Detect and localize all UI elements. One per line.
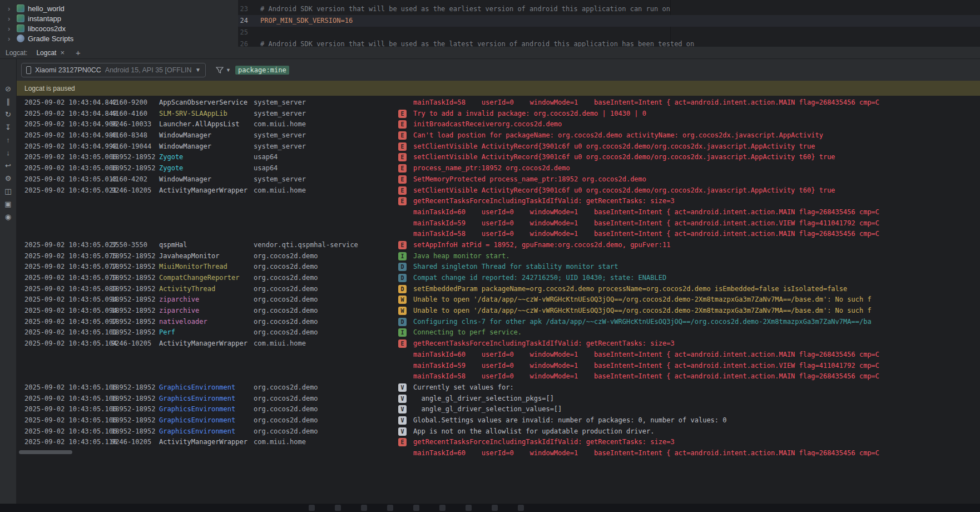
log-entry[interactable]: 2025-09-02 10:43:05.09418952-18952ziparc… xyxy=(17,306,980,317)
taskbar-icon[interactable] xyxy=(439,505,446,511)
log-entry[interactable]: 2025-09-02 10:43:05.07518952-18952Javahe… xyxy=(17,251,980,262)
taskbar-icon[interactable] xyxy=(335,505,341,511)
log-entry[interactable]: 2025-09-02 10:43:05.10618952-18952Graphi… xyxy=(17,382,980,393)
tree-item-instantapp[interactable]: ›instantapp xyxy=(0,13,238,23)
log-pid-tid: 4160-4160 xyxy=(111,109,159,120)
filter-field[interactable]: ▼ package:mine xyxy=(216,66,289,75)
chevron-right-icon[interactable]: › xyxy=(8,24,13,33)
scroll-to-end-icon[interactable]: ↧ xyxy=(3,123,13,132)
tab-logcat-label: Logcat xyxy=(36,49,56,57)
log-entry[interactable]: mainTaskId=60 userId=0 windowMode=1 base… xyxy=(17,207,980,218)
horizontal-scrollbar-thumb[interactable] xyxy=(19,450,72,454)
tree-item-hello-world[interactable]: ›hello_world xyxy=(0,3,238,13)
previous-occurrence-icon[interactable]: ↑ xyxy=(3,136,13,145)
chevron-right-icon[interactable]: › xyxy=(8,35,13,43)
logcat-settings-icon[interactable]: ⚙ xyxy=(3,174,13,183)
taskbar-icon[interactable] xyxy=(466,505,472,511)
tree-item-gradle-scripts[interactable]: ›Gradle Scripts xyxy=(0,33,238,43)
log-message: Connecting to perf service. xyxy=(413,327,980,338)
log-message: setClientVisible ActivityRecord{3901c6f … xyxy=(413,185,980,196)
log-level-badge: V xyxy=(398,405,407,413)
new-tab-button[interactable]: + xyxy=(73,48,83,57)
log-pid-tid: 18952-18952 xyxy=(111,294,159,306)
log-entry[interactable]: EgetRecentTasksForceIncludingTaskIdIfVal… xyxy=(17,196,980,207)
tab-close-icon[interactable]: × xyxy=(60,48,65,57)
editor-line[interactable]: 26# Android SDK version that will be use… xyxy=(238,38,980,47)
split-panel-icon[interactable]: ◫ xyxy=(3,187,13,196)
log-entry[interactable]: 2025-09-02 10:43:05.1049246-10205Activit… xyxy=(17,338,980,349)
log-entry[interactable]: mainTaskId=60 userId=0 windowMode=1 base… xyxy=(17,448,980,456)
restart-logcat-icon[interactable]: ↻ xyxy=(3,110,13,119)
soft-wrap-icon[interactable]: ↩ xyxy=(3,161,13,170)
tab-logcat[interactable]: Logcat × xyxy=(33,48,68,57)
taskbar-icon[interactable] xyxy=(518,505,524,511)
log-entry[interactable]: 2025-09-02 10:43:05.0273550-3550qspmHalv… xyxy=(17,240,980,251)
tree-item-label: instantapp xyxy=(28,14,61,23)
log-entry[interactable]: 2025-09-02 10:43:05.10618952-18952Graphi… xyxy=(17,393,980,405)
log-package xyxy=(254,196,398,207)
log-entry[interactable]: 2025-09-02 10:43:04.9804160-8348WindowMa… xyxy=(17,130,980,141)
log-entry[interactable]: 2025-09-02 10:43:05.07718952-18952MiuiMo… xyxy=(17,262,980,273)
taskbar-icon[interactable] xyxy=(492,505,498,511)
editor-line[interactable]: 23# Android SDK version that will be use… xyxy=(238,3,980,15)
log-timestamp xyxy=(17,229,111,240)
tree-item-libcocos2dx[interactable]: ›libcocos2dx xyxy=(0,23,238,33)
filter-query-chip[interactable]: package:mine xyxy=(235,66,289,75)
editor[interactable]: 23# Android SDK version that will be use… xyxy=(238,0,980,47)
log-entry[interactable]: 2025-09-02 10:43:05.10118952-18952Perfor… xyxy=(17,327,980,338)
screenshot-icon[interactable]: ▣ xyxy=(3,200,13,209)
editor-line[interactable]: 24PROP_MIN_SDK_VERSION=16 xyxy=(238,15,980,27)
chevron-right-icon[interactable]: › xyxy=(8,14,13,23)
log-entry[interactable]: 2025-09-02 10:43:05.10618952-18952Graphi… xyxy=(17,426,980,437)
log-entry[interactable]: mainTaskId=60 userId=0 windowMode=1 base… xyxy=(17,349,980,361)
log-entry[interactable]: mainTaskId=58 userId=0 windowMode=1 base… xyxy=(17,371,980,382)
clear-logcat-icon[interactable]: ⊘ xyxy=(3,85,13,93)
log-entry[interactable]: 2025-09-02 10:43:05.08918952-18952Activi… xyxy=(17,284,980,295)
log-entry[interactable]: 2025-09-02 10:43:04.8494160-4160SLM-SRV-… xyxy=(17,109,980,120)
log-message: mainTaskId=59 userId=0 windowMode=1 base… xyxy=(413,361,980,372)
log-entry[interactable]: 2025-09-02 10:43:05.09418952-18952ziparc… xyxy=(17,294,980,306)
log-level-badge: D xyxy=(398,318,407,326)
taskbar-icon[interactable] xyxy=(309,505,315,511)
device-name: Xiaomi 23127PN0CC xyxy=(35,66,101,74)
log-entry[interactable]: mainTaskId=58 userId=0 windowMode=1 base… xyxy=(17,229,980,240)
chevron-right-icon[interactable]: › xyxy=(8,4,13,13)
log-timestamp: 2025-09-02 10:43:05.110 xyxy=(17,437,111,448)
editor-line[interactable]: 25 xyxy=(238,27,980,38)
filter-history-chevron-icon[interactable]: ▼ xyxy=(226,67,231,73)
line-number: 24 xyxy=(238,15,260,27)
log-package: usap64 xyxy=(254,163,398,174)
device-selector[interactable]: Xiaomi 23127PN0CC Android 15, API 35 [OF… xyxy=(21,63,206,77)
log-level-cell: E xyxy=(398,338,413,349)
log-entry[interactable]: 2025-09-02 10:43:05.0134160-4202WindowMa… xyxy=(17,174,980,185)
log-entry[interactable]: 2025-09-02 10:43:05.09718952-18952native… xyxy=(17,317,980,328)
screen-record-icon[interactable]: ◉ xyxy=(3,213,13,221)
log-entry[interactable]: 2025-09-02 10:43:04.9009246-10033Launche… xyxy=(17,119,980,130)
log-entry[interactable]: 2025-09-02 10:43:05.1109246-10205Activit… xyxy=(17,437,980,448)
log-entry[interactable]: 2025-09-02 10:43:05.00618952-18952Zygote… xyxy=(17,152,980,163)
log-entry[interactable]: 2025-09-02 10:43:05.10618952-18952Graphi… xyxy=(17,404,980,415)
log-level-cell: E xyxy=(398,109,413,120)
log-entry[interactable]: 2025-09-02 10:43:04.8424160-9200AppScanO… xyxy=(17,97,980,109)
log-tag: qspmHal xyxy=(159,240,254,251)
log-message: mainTaskId=60 userId=0 windowMode=1 base… xyxy=(413,207,980,218)
taskbar-icon[interactable] xyxy=(361,505,367,511)
log-level-badge: E xyxy=(398,175,407,184)
log-level-cell xyxy=(398,218,413,229)
log-entry[interactable]: 2025-09-02 10:43:05.0219246-10205Activit… xyxy=(17,185,980,196)
log-entry[interactable]: 2025-09-02 10:43:04.9984160-19044WindowM… xyxy=(17,141,980,152)
log-entry[interactable]: 2025-09-02 10:43:05.07918952-18952Compat… xyxy=(17,273,980,284)
log-level-badge: D xyxy=(398,285,407,293)
log-entry[interactable]: 2025-09-02 10:43:05.00618952-18952Zygote… xyxy=(17,163,980,174)
log-level-badge: E xyxy=(398,186,407,195)
log-message: Unable to open '/data/app/~~czW-vWRGHcKt… xyxy=(413,306,980,317)
pause-logcat-icon[interactable]: ∥ xyxy=(3,97,13,106)
next-occurrence-icon[interactable]: ↓ xyxy=(3,149,13,157)
log-entry[interactable]: mainTaskId=59 userId=0 windowMode=1 base… xyxy=(17,361,980,372)
taskbar-icon[interactable] xyxy=(387,505,393,511)
log-entry[interactable]: mainTaskId=59 userId=0 windowMode=1 base… xyxy=(17,218,980,229)
log-message: SetMemoryProtected process_name_ptr:1895… xyxy=(413,174,980,185)
logcat-output[interactable]: 2025-09-02 10:43:04.8424160-9200AppScanO… xyxy=(17,96,980,504)
log-entry[interactable]: 2025-09-02 10:43:05.10618952-18952Graphi… xyxy=(17,415,980,426)
taskbar-icon[interactable] xyxy=(413,505,419,511)
